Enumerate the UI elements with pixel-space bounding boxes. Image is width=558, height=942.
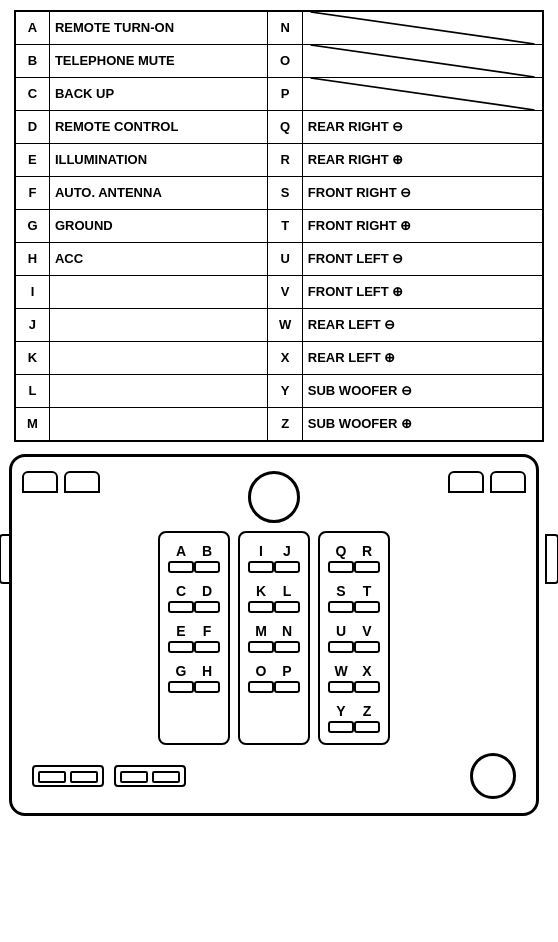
tab-right-2	[490, 471, 526, 493]
pin-socket-F	[194, 641, 220, 653]
pin-G: G	[168, 663, 194, 693]
pin-label-P: P	[282, 663, 291, 679]
pin-label-V: V	[362, 623, 371, 639]
pin-socket-J	[274, 561, 300, 573]
pin-label-C: C	[176, 583, 186, 599]
pin-J: J	[274, 543, 300, 573]
pin-label-G: G	[176, 663, 187, 679]
bottom-slots	[32, 765, 186, 787]
pin-label-M: M	[255, 623, 267, 639]
pin-A: A	[168, 543, 194, 573]
conn-row-left-2: EF	[168, 623, 220, 653]
row-letter-left-12: M	[15, 408, 49, 442]
conn-row-right-3: WX	[328, 663, 380, 693]
pin-socket-S	[328, 601, 354, 613]
row-label-left-9	[49, 309, 268, 342]
pin-O: O	[248, 663, 274, 693]
conn-row-mid-3: OP	[248, 663, 300, 693]
row-letter-right-9: W	[268, 309, 302, 342]
pin-E: E	[168, 623, 194, 653]
row-label-left-0: REMOTE TURN-ON	[49, 11, 268, 45]
pin-socket-K	[248, 601, 274, 613]
pin-Z: Z	[354, 703, 380, 733]
svg-line-2	[310, 78, 534, 110]
row-letter-right-5: S	[268, 177, 302, 210]
pin-label-Z: Z	[363, 703, 372, 719]
row-letter-right-11: Y	[268, 375, 302, 408]
pin-socket-E	[168, 641, 194, 653]
pin-socket-X	[354, 681, 380, 693]
row-letter-right-10: X	[268, 342, 302, 375]
row-label-left-2: BACK UP	[49, 78, 268, 111]
bottom-slot-right	[114, 765, 186, 787]
row-letter-right-0: N	[268, 11, 302, 45]
pin-label-E: E	[176, 623, 185, 639]
pin-label-D: D	[202, 583, 212, 599]
row-letter-right-2: P	[268, 78, 302, 111]
pin-R: R	[354, 543, 380, 573]
row-letter-right-3: Q	[268, 111, 302, 144]
pin-B: B	[194, 543, 220, 573]
pin-label-N: N	[282, 623, 292, 639]
pin-K: K	[248, 583, 274, 613]
pin-label-T: T	[363, 583, 372, 599]
conn-row-right-2: UV	[328, 623, 380, 653]
pin-label-Q: Q	[336, 543, 347, 559]
pin-label-R: R	[362, 543, 372, 559]
pin-H: H	[194, 663, 220, 693]
conn-row-left-1: CD	[168, 583, 220, 613]
row-letter-right-1: O	[268, 45, 302, 78]
row-label-left-10	[49, 342, 268, 375]
row-label-right-5: FRONT RIGHT ⊖	[302, 177, 543, 210]
row-letter-left-7: H	[15, 243, 49, 276]
row-label-left-5: AUTO. ANTENNA	[49, 177, 268, 210]
row-label-right-6: FRONT RIGHT ⊕	[302, 210, 543, 243]
pin-label-O: O	[256, 663, 267, 679]
tab-left-2	[64, 471, 100, 493]
pin-X: X	[354, 663, 380, 693]
pin-socket-N	[274, 641, 300, 653]
pin-label-U: U	[336, 623, 346, 639]
pin-socket-U	[328, 641, 354, 653]
pin-socket-M	[248, 641, 274, 653]
pin-socket-T	[354, 601, 380, 613]
row-label-left-1: TELEPHONE MUTE	[49, 45, 268, 78]
row-label-left-4: ILLUMINATION	[49, 144, 268, 177]
pin-socket-P	[274, 681, 300, 693]
conn-row-right-4: YZ	[328, 703, 380, 733]
pin-label-X: X	[362, 663, 371, 679]
bottom-slot-inner2-right	[152, 771, 180, 783]
pin-P: P	[274, 663, 300, 693]
connector-top	[22, 471, 526, 523]
pin-W: W	[328, 663, 354, 693]
wiring-table: AREMOTE TURN-ONNBTELEPHONE MUTEOCBACK UP…	[14, 10, 544, 442]
pin-label-K: K	[256, 583, 266, 599]
row-letter-left-3: D	[15, 111, 49, 144]
connector-diagram: ABCDEFGHIJKLMNOPQRSTUVWXYZ	[9, 454, 549, 816]
pin-Y: Y	[328, 703, 354, 733]
row-label-right-3: REAR RIGHT ⊖	[302, 111, 543, 144]
row-letter-right-4: R	[268, 144, 302, 177]
row-label-right-2	[302, 78, 543, 111]
row-label-left-12	[49, 408, 268, 442]
bottom-slot-inner-right	[70, 771, 98, 783]
row-letter-right-7: U	[268, 243, 302, 276]
conn-block-mid: IJKLMNOP	[238, 531, 310, 745]
svg-line-1	[310, 45, 534, 77]
pin-label-W: W	[334, 663, 347, 679]
row-letter-left-11: L	[15, 375, 49, 408]
conn-row-left-0: AB	[168, 543, 220, 573]
pin-socket-I	[248, 561, 274, 573]
top-tabs-left	[22, 471, 100, 493]
pin-socket-R	[354, 561, 380, 573]
row-letter-right-8: V	[268, 276, 302, 309]
pin-label-I: I	[259, 543, 263, 559]
row-letter-right-12: Z	[268, 408, 302, 442]
ear-right	[545, 534, 558, 584]
circle-top	[248, 471, 300, 523]
pin-T: T	[354, 583, 380, 613]
pin-socket-G	[168, 681, 194, 693]
pin-socket-B	[194, 561, 220, 573]
row-letter-left-0: A	[15, 11, 49, 45]
row-letter-left-2: C	[15, 78, 49, 111]
